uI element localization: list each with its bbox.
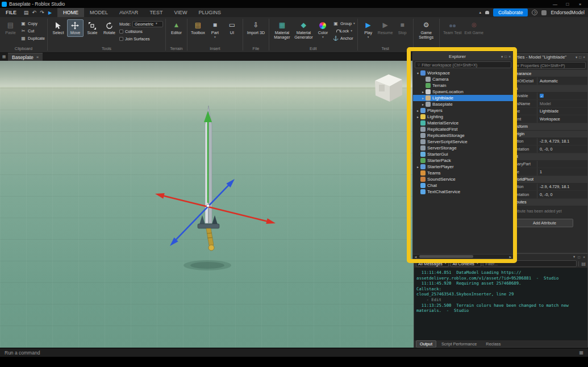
close-button[interactable]: × [574,0,586,8]
add-attribute-button[interactable]: Add Attribute [516,219,573,227]
float-panel-icon[interactable]: □ [579,55,581,59]
levelofdetail-value[interactable]: Automatic [537,77,587,85]
archivable-checkbox[interactable]: ✓ [540,94,544,98]
section-data[interactable]: ▼ Data [502,85,587,93]
gizmo-z-axis-blue[interactable] [170,179,235,246]
material-generator-button[interactable]: ◆ Material Generator [293,19,314,41]
tab-script-performance[interactable]: Script Performance [437,340,481,348]
duplicate-button[interactable]: ▦ Duplicate [20,35,45,41]
select-tool-button[interactable]: Select [50,19,66,37]
paste-button[interactable]: ▤ Paste [2,19,19,37]
chevron-down-icon[interactable]: ▾ [501,55,503,59]
tree-item-spawnlocation[interactable]: ▸ SpawnLocation [413,89,513,95]
notifications-bell-icon[interactable] [485,11,489,14]
scroll-right-icon[interactable]: ▶ [508,255,513,258]
maximize-button[interactable]: □ [561,0,574,8]
quick-access-icon[interactable]: ▤ [22,10,30,15]
ui-button[interactable]: ▭ UI [224,19,240,37]
section-origin[interactable]: ▼ Origin [502,131,587,138]
team-test-button[interactable]: Team Test [442,19,463,37]
scroll-left-icon[interactable]: ◀ [413,255,418,258]
tree-item-baseplate[interactable]: ▸ Baseplate [413,101,513,107]
expand-arrow-icon[interactable]: ▸ [415,165,420,169]
clear-output-icon[interactable]: ▤ [578,261,586,266]
expand-arrow-icon[interactable]: ▸ [415,115,420,119]
join-surfaces-toggle[interactable]: Join Surfaces [119,36,163,42]
section-attributes[interactable]: ▼ Attributes [502,199,587,206]
tree-item-soundservice[interactable]: SoundService [413,176,513,182]
doc-tabs-menu-icon[interactable]: ▦ [0,53,8,61]
tab-output[interactable]: Output [416,340,436,348]
parent-value[interactable]: Workspace [537,115,587,123]
resume-button[interactable]: ▶ Resume [377,19,394,37]
close-panel-icon[interactable]: × [583,255,585,259]
command-bar-grid-icon[interactable]: ▦ [579,350,583,355]
close-tab-icon[interactable]: × [36,55,39,60]
primarypart-value[interactable] [537,161,587,168]
command-bar[interactable]: Run a command ▦ [0,348,588,357]
group-button[interactable]: ▣ Group ▾ [333,20,355,27]
import-3d-button[interactable]: ⇩ Import 3D [245,19,266,37]
expand-arrow-icon[interactable]: ▾ [415,71,420,75]
tree-item-camera[interactable]: Camera [413,76,513,82]
tree-item-materialservice[interactable]: MaterialService [413,120,513,126]
tree-item-starterplayer[interactable]: ▸ StarterPlayer [413,164,513,170]
expand-arrow-icon[interactable]: ▸ [420,102,426,106]
lightblade-sword-model[interactable] [145,95,281,277]
move-tool-button[interactable]: Move [67,19,84,37]
chevron-down-icon[interactable]: ▾ [573,255,575,259]
contexts-filter-dropdown[interactable]: All Contexts ▾ [451,261,481,267]
explorer-filter-input[interactable]: ▽ Filter workspace (Ctrl+Shift+X) [415,61,511,68]
stop-button[interactable]: ■ Stop [394,19,411,37]
tree-item-chat[interactable]: Chat [413,182,513,189]
join-surfaces-checkbox[interactable] [119,37,123,41]
worldpivot-orientation-value[interactable]: 0, -0, 0 [537,191,587,198]
account-name[interactable]: EndorsedModel [551,10,585,15]
account-avatar-icon[interactable] [541,10,547,15]
exit-game-button[interactable]: ⊗ Exit Game [464,19,485,37]
messages-filter-dropdown[interactable]: All Messages ▾ [416,261,449,267]
white-cube-part[interactable] [372,72,405,104]
game-settings-button[interactable]: ⚙ Game Settings [416,19,437,41]
tab-model[interactable]: MODEL [84,8,114,17]
scale-tool-button[interactable]: Scale [84,19,101,37]
section-appearance[interactable]: ▼ Appearance [502,70,587,77]
expand-arrow-icon[interactable]: ▸ [420,96,426,100]
tree-item-starterpack[interactable]: StarterPack [413,157,513,164]
explorer-horizontal-scrollbar[interactable]: ◀ ▶ [413,254,513,258]
lock-button[interactable]: Lock ▾ [333,28,355,34]
origin-orientation-value[interactable]: 0, -0, 0 [537,145,587,153]
anchor-button[interactable]: ⚓ Anchor [333,35,355,41]
tab-view[interactable]: VIEW [168,8,193,17]
float-panel-icon[interactable]: □ [578,255,580,259]
tree-item-lighting[interactable]: ▸ Lighting [413,114,513,120]
collisions-toggle[interactable]: Collisions [119,28,163,35]
section-pivot[interactable]: ▼ Pivot [502,153,587,161]
close-panel-icon[interactable]: × [583,55,585,59]
tab-baseplate-document[interactable]: Baseplate × [8,53,43,61]
help-icon[interactable]: ? [532,10,537,15]
tab-reclass[interactable]: Reclass [482,340,504,348]
sword-grip[interactable] [206,228,214,251]
properties-filter-input[interactable]: ▽ Filter Properties (Ctrl+Shift+P) [503,62,586,69]
tree-item-startergui[interactable]: StarterGui [413,151,513,157]
collaborate-button[interactable]: Collaborate [493,9,528,16]
tree-item-serverscriptservice[interactable]: ServerScriptService [413,139,513,145]
float-panel-icon[interactable]: □ [504,55,507,59]
color-button[interactable]: Color ▾ [315,19,331,41]
file-menu-button[interactable]: FILE [0,8,22,17]
tree-item-replicatedstorage[interactable]: ReplicatedStorage [413,132,513,139]
collisions-checkbox[interactable] [119,30,123,34]
origin-position-value[interactable]: -2.9, 4.729, 18.1 [537,138,587,145]
tab-home[interactable]: HOME [57,8,84,17]
part-button[interactable]: ■ Part ▾ [207,19,223,41]
tree-item-teams[interactable]: Teams [413,170,513,176]
expand-arrow-icon[interactable]: ▸ [415,109,420,112]
quick-play-icon[interactable]: ▶ [46,10,54,15]
tree-item-replicatedfirst[interactable]: ReplicatedFirst [413,126,513,132]
tab-avatar[interactable]: AVATAR [114,8,144,17]
terrain-editor-button[interactable]: ▲ Editor [168,19,185,37]
minimize-button[interactable]: — [549,0,561,8]
worldpivot-position-value[interactable]: -2.9, 4.729, 18.1 [537,184,587,191]
scale-value[interactable]: 1 [537,168,587,176]
